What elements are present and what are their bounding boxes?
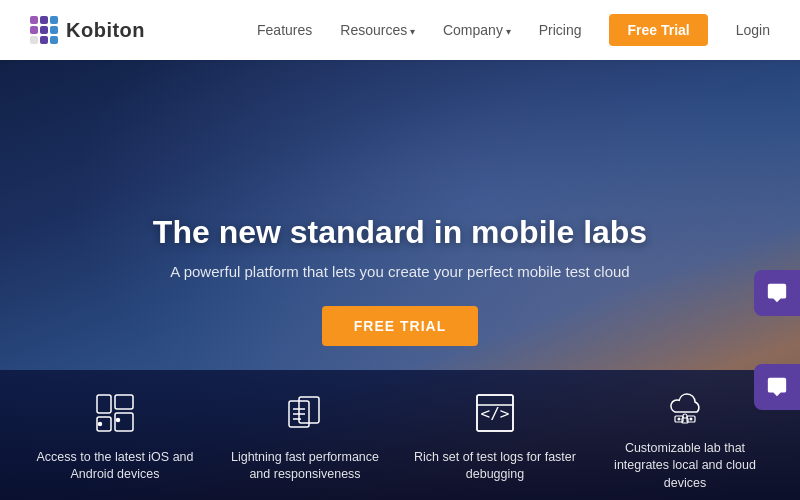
feature-cloud-text: Customizable lab that integrates local a…: [600, 440, 770, 493]
svg-rect-0: [97, 395, 111, 413]
test-logs-icon: </>: [469, 387, 521, 439]
cloud-icon: [659, 378, 711, 430]
logo-dot-2: [50, 16, 58, 24]
svg-point-17: [678, 418, 680, 420]
logo-dot-0: [30, 16, 38, 24]
hero-subtitle: A powerful platform that lets you create…: [153, 263, 647, 280]
logo-dot-3: [30, 26, 38, 34]
chat-icon-bottom: [766, 376, 788, 398]
svg-point-18: [690, 418, 692, 420]
feature-performance: Lightning fast performance and responsiv…: [220, 387, 390, 484]
svg-point-5: [117, 418, 120, 421]
nav-item-free-trial[interactable]: Free Trial: [609, 21, 707, 39]
nav-item-company[interactable]: Company: [443, 21, 511, 39]
ios-android-icon: [89, 387, 141, 439]
logo-text: Kobiton: [66, 19, 145, 42]
performance-icon: [279, 387, 331, 439]
feature-performance-text: Lightning fast performance and responsiv…: [220, 449, 390, 484]
logo-dot-6: [30, 36, 38, 44]
nav-link-pricing[interactable]: Pricing: [539, 22, 582, 38]
nav-links: Features Resources Company Pricing Free …: [257, 21, 770, 39]
chat-widget-bottom[interactable]: [754, 364, 800, 410]
feature-ios-android: Access to the latest iOS and Android dev…: [30, 387, 200, 484]
nav-item-pricing[interactable]: Pricing: [539, 21, 582, 39]
nav-link-company[interactable]: Company: [443, 22, 511, 38]
nav-free-trial-button[interactable]: Free Trial: [609, 14, 707, 46]
nav-item-login[interactable]: Login: [736, 21, 770, 39]
logo-dot-7: [40, 36, 48, 44]
svg-point-4: [99, 422, 102, 425]
svg-text:</>: </>: [481, 404, 510, 423]
feature-cloud: Customizable lab that integrates local a…: [600, 378, 770, 493]
logo-dot-1: [40, 16, 48, 24]
features-bar: Access to the latest iOS and Android dev…: [0, 370, 800, 500]
feature-test-logs: </> Rich set of test logs for faster deb…: [410, 387, 580, 484]
nav-login-link[interactable]: Login: [736, 22, 770, 38]
chat-icon-top: [766, 282, 788, 304]
nav-item-resources[interactable]: Resources: [340, 21, 415, 39]
logo-dot-4: [40, 26, 48, 34]
nav-item-features[interactable]: Features: [257, 21, 312, 39]
chat-widget-top[interactable]: [754, 270, 800, 316]
logo-dot-5: [50, 26, 58, 34]
feature-test-logs-text: Rich set of test logs for faster debuggi…: [410, 449, 580, 484]
logo-dot-8: [50, 36, 58, 44]
svg-rect-2: [115, 395, 133, 409]
nav-link-features[interactable]: Features: [257, 22, 312, 38]
feature-ios-android-text: Access to the latest iOS and Android dev…: [30, 449, 200, 484]
navbar: Kobiton Features Resources Company Prici…: [0, 0, 800, 60]
nav-link-resources[interactable]: Resources: [340, 22, 415, 38]
logo[interactable]: Kobiton: [30, 16, 145, 44]
logo-icon: [30, 16, 58, 44]
hero-content: The new standard in mobile labs A powerf…: [153, 214, 647, 346]
hero-cta-button[interactable]: FREE TRIAL: [322, 306, 478, 346]
hero-title: The new standard in mobile labs: [153, 214, 647, 251]
